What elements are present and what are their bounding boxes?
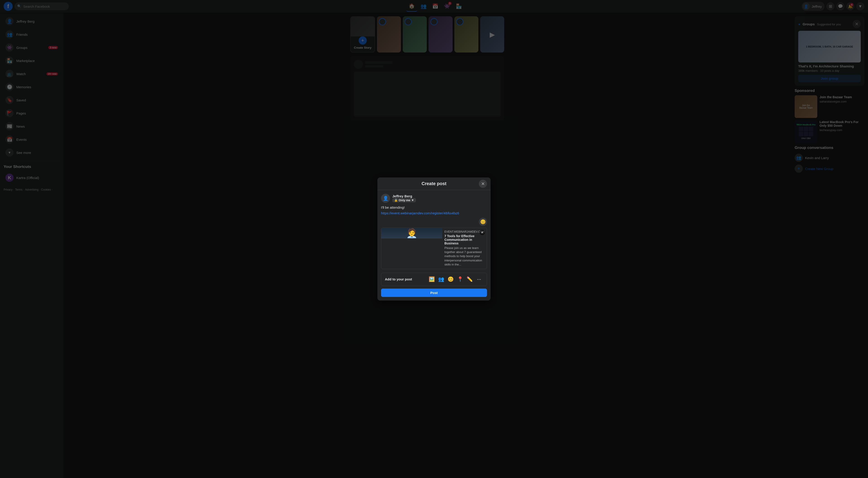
modal-title: Create post bbox=[422, 181, 446, 186]
privacy-chevron-icon: ▼ bbox=[411, 198, 414, 202]
add-location-button[interactable]: 📍 bbox=[456, 275, 464, 283]
post-button[interactable]: Post bbox=[381, 289, 487, 297]
add-more-button[interactable]: ··· bbox=[475, 275, 483, 283]
link-preview-card: 🧑‍💼 EVENT.WEBINARJAMDEV.COM 7 Tools for … bbox=[381, 228, 487, 269]
preview-domain: EVENT.WEBINARJAMDEV.COM bbox=[444, 230, 485, 233]
post-author-info: Jeffrey Berg 🔒 Only me ▼ bbox=[392, 194, 416, 202]
privacy-label: Only me bbox=[399, 198, 410, 202]
modal-header: Create post ✕ bbox=[377, 178, 491, 190]
modal-body: 👤 Jeffrey Berg 🔒 Only me ▼ I'll be atten… bbox=[377, 190, 491, 300]
preview-description: Please join us as we learn together abou… bbox=[444, 246, 485, 266]
add-icons-group: 🖼️ 👥 😊 📍 ✏️ ··· bbox=[428, 275, 483, 283]
emoji-picker-button[interactable]: 😊 bbox=[479, 218, 487, 226]
add-to-post-label: Add to your post bbox=[385, 277, 412, 281]
preview-close-button[interactable]: ✕ bbox=[479, 230, 485, 235]
post-author-avatar: 👤 bbox=[381, 194, 390, 203]
post-text-content: I'll be attending! bbox=[381, 205, 487, 209]
post-link[interactable]: https://event.webinarjamdev.com/register… bbox=[381, 211, 487, 215]
privacy-selector[interactable]: 🔒 Only me ▼ bbox=[392, 198, 416, 202]
post-author-name: Jeffrey Berg bbox=[392, 194, 416, 198]
add-photo-button[interactable]: 🖼️ bbox=[428, 275, 436, 283]
preview-title: 7 Tools for Effective Communication in B… bbox=[444, 234, 485, 245]
create-post-modal: Create post ✕ 👤 Jeffrey Berg 🔒 Only me ▼… bbox=[377, 178, 491, 300]
add-pen-button[interactable]: ✏️ bbox=[465, 275, 474, 283]
lock-icon: 🔒 bbox=[394, 198, 398, 202]
add-to-post-section: Add to your post 🖼️ 👥 😊 📍 ✏️ ··· bbox=[381, 273, 487, 286]
add-emoji-button[interactable]: 😊 bbox=[446, 275, 455, 283]
add-tag-button[interactable]: 👥 bbox=[437, 275, 445, 283]
post-author-section: 👤 Jeffrey Berg 🔒 Only me ▼ bbox=[381, 194, 487, 203]
modal-overlay[interactable]: Create post ✕ 👤 Jeffrey Berg 🔒 Only me ▼… bbox=[0, 0, 868, 478]
modal-close-button[interactable]: ✕ bbox=[479, 180, 487, 188]
preview-image: 🧑‍💼 bbox=[381, 228, 442, 238]
